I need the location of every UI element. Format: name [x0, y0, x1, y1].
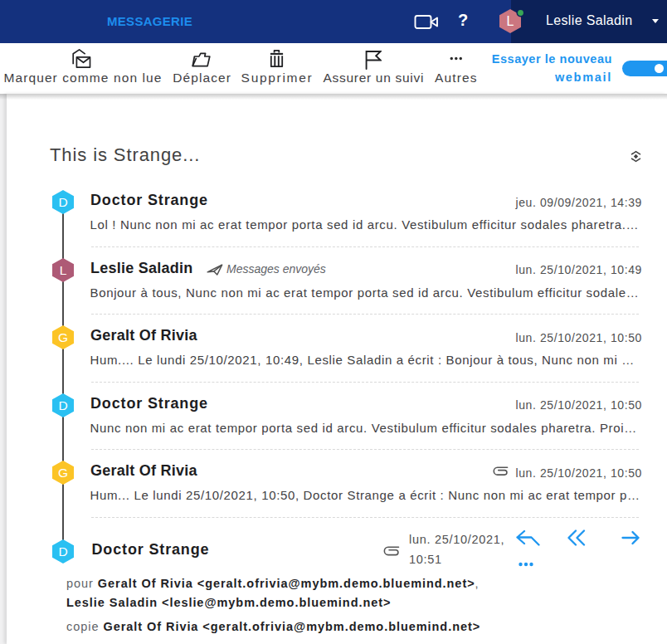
svg-text:D: D [58, 398, 67, 412]
svg-text:L: L [507, 14, 514, 28]
svg-text:G: G [58, 330, 68, 344]
svg-text:G: G [58, 466, 68, 480]
svg-text:D: D [58, 195, 67, 209]
svg-text:L: L [60, 262, 67, 276]
svg-text:D: D [58, 544, 67, 559]
